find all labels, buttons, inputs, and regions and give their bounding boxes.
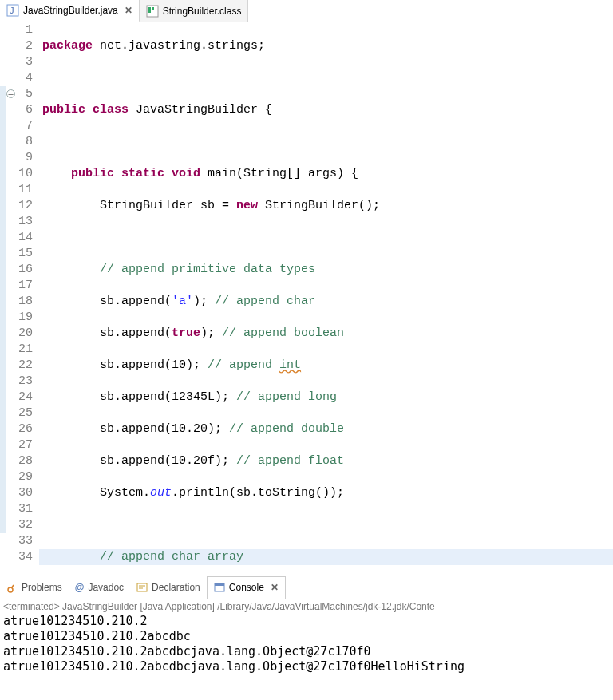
gutter-line: 4: [0, 70, 33, 86]
tab-label: Problems: [22, 582, 62, 593]
tab-label: Declaration: [152, 582, 200, 593]
problems-icon: [6, 582, 18, 593]
code-line: sb.append(10); // append int: [39, 358, 613, 374]
gutter-line: 32: [0, 517, 33, 533]
svg-rect-3: [148, 7, 151, 10]
code-line: [39, 230, 613, 246]
editor-tab-label: StringBuilder.class: [163, 6, 242, 17]
bottom-panel: Problems @ Javadoc Declaration Console ✕…: [0, 575, 613, 674]
tab-javadoc[interactable]: @ Javadoc: [69, 575, 130, 599]
svg-rect-12: [215, 583, 224, 586]
console-line: atrue101234510.210.2abcdbcjava.lang.Obje…: [3, 644, 610, 659]
code-line: sb.append(10.20); // append double: [39, 421, 613, 437]
svg-rect-5: [148, 10, 151, 13]
svg-rect-4: [152, 7, 154, 10]
javadoc-icon: @: [75, 582, 85, 593]
gutter-line: 8: [0, 134, 33, 150]
gutter-line: 18: [0, 294, 33, 310]
gutter-line: 21: [0, 342, 33, 358]
console-line: atrue101234510.210.2abcdbc: [3, 629, 610, 644]
gutter-line: 7: [0, 118, 33, 134]
editor-area: 1 2 3 4 –5 6 7 8 9 10 11 12 13 14 15 16 …: [0, 22, 613, 575]
gutter-line: 15: [0, 246, 33, 262]
svg-text:J: J: [10, 6, 14, 15]
class-file-icon: [146, 5, 159, 18]
tab-problems[interactable]: Problems: [0, 575, 69, 599]
console-line: atrue101234510.210.2abcdbcjava.lang.Obje…: [3, 659, 610, 674]
gutter-line: 28: [0, 453, 33, 469]
gutter-line: 25: [0, 405, 33, 421]
editor-tab-label: JavaStringBuilder.java: [23, 5, 118, 16]
line-gutter: 1 2 3 4 –5 6 7 8 9 10 11 12 13 14 15 16 …: [0, 22, 39, 575]
fold-toggle-icon[interactable]: –: [6, 89, 15, 98]
code-line: sb.append(10.20f); // append float: [39, 453, 613, 469]
console-output[interactable]: atrue101234510.210.2 atrue101234510.210.…: [0, 614, 613, 674]
code-line: sb.append('a'); // append char: [39, 294, 613, 310]
gutter-line: 30: [0, 485, 33, 501]
gutter-line: 19: [0, 310, 33, 326]
gutter-line: 10: [0, 166, 33, 182]
gutter-line: 3: [0, 54, 33, 70]
gutter-line: 31: [0, 501, 33, 517]
code-line: [39, 517, 613, 533]
gutter-line: 22: [0, 358, 33, 374]
gutter-line: 12: [0, 198, 33, 214]
gutter-line: 26: [0, 421, 33, 437]
gutter-line: 33: [0, 533, 33, 549]
declaration-icon: [136, 582, 148, 593]
code-line: [39, 134, 613, 150]
gutter-line: 27: [0, 437, 33, 453]
bottom-tab-bar: Problems @ Javadoc Declaration Console ✕: [0, 575, 613, 599]
code-line: StringBuilder sb = new StringBuilder();: [39, 198, 613, 214]
gutter-line: 34: [0, 549, 33, 565]
close-icon[interactable]: ✕: [125, 5, 132, 16]
tab-declaration[interactable]: Declaration: [130, 575, 207, 599]
close-icon[interactable]: ✕: [271, 582, 279, 593]
code-line: public static void main(String[] args) {: [39, 166, 613, 182]
console-icon: [214, 582, 225, 593]
tab-label: Javadoc: [88, 582, 124, 593]
gutter-line: 24: [0, 390, 33, 405]
gutter-line: 11: [0, 182, 33, 198]
gutter-line: 16: [0, 262, 33, 278]
gutter-line: –5: [0, 86, 33, 102]
tab-console[interactable]: Console ✕: [207, 576, 286, 599]
code-line: System.out.println(sb.toString());: [39, 485, 613, 501]
gutter-line: 23: [0, 374, 33, 390]
code-line: package net.javastring.strings;: [39, 38, 613, 54]
svg-rect-8: [137, 583, 147, 591]
editor-tab-bar: J JavaStringBuilder.java ✕ StringBuilder…: [0, 0, 613, 22]
code-line: // append primitive data types: [39, 262, 613, 278]
gutter-line: 20: [0, 326, 33, 342]
java-file-icon: J: [6, 4, 19, 17]
tab-label: Console: [229, 582, 264, 593]
gutter-line: 14: [0, 230, 33, 246]
gutter-line: 13: [0, 214, 33, 230]
code-line: // append char array: [39, 549, 613, 565]
code-line: sb.append(12345L); // append long: [39, 390, 613, 405]
console-line: atrue101234510.210.2: [3, 614, 610, 629]
code-line: [39, 70, 613, 86]
code-line: public class JavaStringBuilder {: [39, 102, 613, 118]
editor-tab-class[interactable]: StringBuilder.class: [140, 0, 249, 22]
editor-tab-java[interactable]: J JavaStringBuilder.java ✕: [0, 0, 140, 22]
code-area[interactable]: package net.javastring.strings; public c…: [39, 22, 613, 575]
gutter-line: 29: [0, 469, 33, 485]
console-header: <terminated> JavaStringBuilder [Java App…: [0, 599, 613, 614]
gutter-line: 6: [0, 102, 33, 118]
gutter-line: 9: [0, 150, 33, 166]
gutter-line: 1: [0, 22, 33, 38]
svg-point-6: [8, 587, 13, 592]
code-line: sb.append(true); // append boolean: [39, 326, 613, 342]
gutter-line: 2: [0, 38, 33, 54]
gutter-line: 17: [0, 278, 33, 294]
